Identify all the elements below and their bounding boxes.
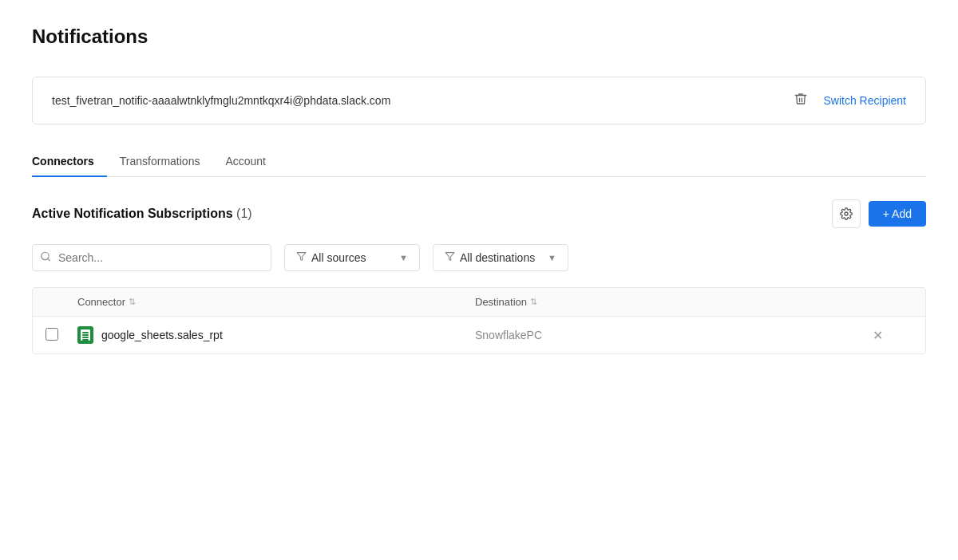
- destinations-filter[interactable]: All destinations ▼: [433, 244, 568, 271]
- search-wrapper: [32, 244, 271, 271]
- subscriptions-table: Connector ⇅ Destination ⇅: [32, 287, 926, 354]
- table-row: google_sheets.sales_rpt SnowflakePC ✕: [33, 317, 925, 353]
- connector-cell: google_sheets.sales_rpt: [77, 326, 475, 344]
- page-title: Notifications: [32, 26, 926, 48]
- filter-icon: [296, 251, 307, 264]
- sources-filter[interactable]: All sources ▼: [284, 244, 420, 271]
- row-checkbox[interactable]: [46, 328, 58, 341]
- sort-icon-dest[interactable]: ⇅: [530, 298, 537, 306]
- svg-line-2: [48, 258, 50, 261]
- switch-recipient-button[interactable]: Switch Recipient: [824, 94, 907, 107]
- destination-cell: SnowflakePC: [475, 329, 873, 341]
- destination-header: Destination ⇅: [475, 296, 873, 308]
- search-input[interactable]: [32, 244, 271, 271]
- add-button[interactable]: + Add: [869, 201, 926, 227]
- row-actions: ✕: [873, 328, 912, 343]
- chevron-down-icon: ▼: [399, 253, 408, 262]
- header-actions: + Add: [832, 199, 926, 228]
- table-header: Connector ⇅ Destination ⇅: [33, 288, 925, 317]
- chevron-down-icon-dest: ▼: [548, 253, 556, 262]
- section-title: Active Notification Subscriptions (1): [32, 207, 252, 221]
- delete-icon[interactable]: [794, 92, 808, 109]
- settings-button[interactable]: [832, 199, 861, 228]
- sources-filter-label: All sources: [311, 251, 366, 264]
- filter-icon-dest: [445, 251, 455, 264]
- svg-marker-4: [445, 253, 454, 261]
- section-header: Active Notification Subscriptions (1) + …: [32, 199, 926, 228]
- sort-icon[interactable]: ⇅: [129, 298, 136, 306]
- tabs-container: Connectors Transformations Account: [32, 147, 926, 177]
- svg-point-0: [845, 212, 848, 215]
- tab-connectors[interactable]: Connectors: [32, 147, 107, 177]
- filters-row: All sources ▼ All destinations ▼: [32, 244, 926, 271]
- recipient-email: test_fivetran_notific-aaaalwtnklyfmglu2m…: [52, 94, 390, 107]
- destinations-filter-label: All destinations: [460, 251, 535, 264]
- recipient-actions: Switch Recipient: [794, 92, 907, 109]
- recipient-box: test_fivetran_notific-aaaalwtnklyfmglu2m…: [32, 77, 926, 124]
- search-icon: [40, 251, 51, 265]
- connector-name: google_sheets.sales_rpt: [101, 329, 223, 341]
- row-checkbox-cell: [46, 328, 77, 343]
- google-sheets-icon: [77, 326, 93, 344]
- tab-transformations[interactable]: Transformations: [107, 147, 213, 177]
- remove-row-button[interactable]: ✕: [873, 328, 883, 343]
- tab-account[interactable]: Account: [212, 147, 279, 177]
- svg-marker-3: [297, 253, 306, 261]
- connector-header: Connector ⇅: [77, 296, 475, 308]
